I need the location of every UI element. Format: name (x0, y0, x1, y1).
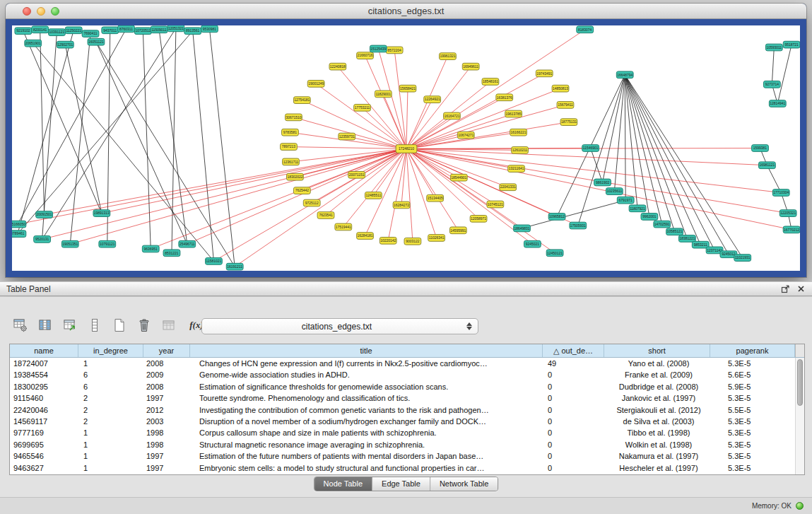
graph-node[interactable]: 12902701 (57, 41, 73, 48)
close-panel-icon[interactable] (797, 285, 805, 293)
scrollbar-thumb[interactable] (797, 359, 803, 406)
show-columns-icon[interactable] (37, 317, 53, 334)
graph-node[interactable]: 8572204 (386, 47, 403, 54)
table-row[interactable]: 1830029562008Estimation of significance … (10, 381, 795, 392)
graph-node[interactable]: 16164721 (444, 112, 461, 119)
graph-node[interactable]: 16981121 (759, 162, 776, 169)
graph-node[interactable]: 8531221 (163, 250, 180, 257)
column-header-short[interactable]: short (604, 344, 710, 357)
table-row[interactable]: 911546021997Tourette syndrome. Phenomeno… (10, 392, 795, 404)
graph-node[interactable]: 11026341 (428, 235, 445, 242)
graph-node[interactable]: 8200141 (32, 26, 49, 33)
graph-node[interactable]: 9437011 (102, 27, 119, 34)
graph-node[interactable]: 7690411 (82, 30, 99, 37)
table-arrows-icon[interactable] (62, 317, 78, 334)
graph-node[interactable]: 14850813 (552, 85, 569, 92)
graph-node[interactable]: 11581021 (206, 258, 223, 265)
graph-node[interactable]: 18381221 (679, 235, 696, 243)
column-header-title[interactable]: title (190, 344, 543, 357)
column-header-out_degree[interactable]: △ out_de… (543, 344, 604, 357)
graph-node[interactable]: 7897213 (281, 144, 298, 151)
tab-node-table[interactable]: Node Table (314, 477, 372, 491)
graph-node[interactable]: 8760311 (118, 25, 135, 33)
graph-node[interactable]: 12814941 (769, 100, 786, 107)
graph-node[interactable]: 9520131 (34, 236, 51, 243)
table-row[interactable]: 1456911722003Disruption of a novel membe… (10, 416, 795, 427)
graph-node[interactable]: 15679411 (557, 102, 574, 109)
graph-node[interactable]: 9530981 (201, 25, 218, 33)
graph-node[interactable]: 9725112 (303, 199, 320, 206)
graph-node[interactable]: 16648794 (616, 71, 633, 78)
graph-node[interactable]: 15125439 (370, 45, 387, 52)
graph-node[interactable]: 12450121 (546, 250, 563, 257)
graph-node[interactable]: 14702591 (654, 221, 671, 228)
graph-node[interactable]: 25166050 (12, 221, 26, 228)
graph-node[interactable]: 7625442 (293, 187, 310, 194)
table-row[interactable]: 1872400712008Changes of HCN gene express… (10, 358, 795, 369)
graph-node[interactable]: 9783581 (282, 129, 299, 136)
graph-node[interactable]: 10220142 (379, 238, 396, 245)
table-row[interactable]: 969969511998Structural magnetic resonanc… (10, 439, 795, 450)
graph-node[interactable]: 16770212 (783, 226, 800, 233)
graph-node[interactable]: 12205321 (779, 210, 796, 217)
graph-node[interactable]: 10235611 (606, 188, 623, 195)
graph-node[interactable]: 22041331 (500, 184, 517, 191)
graph-node[interactable]: 25496711 (179, 240, 196, 247)
graph-node[interactable]: 16284181 (357, 233, 374, 240)
graph-node[interactable]: 19743491 (536, 70, 553, 77)
float-panel-icon[interactable] (781, 284, 790, 293)
graph-node[interactable]: 11509011 (151, 26, 167, 33)
graph-node[interactable]: 12264921 (424, 96, 441, 103)
graph-node[interactable]: 11807921 (629, 205, 646, 212)
graph-node[interactable]: 9636951 (142, 245, 159, 252)
table-row[interactable]: 1938455462009Genome-wide association stu… (10, 369, 795, 380)
graph-node[interactable]: 18649831 (514, 225, 531, 232)
graph-node[interactable]: 11250221 (65, 27, 82, 34)
graph-node[interactable]: 19891313 (93, 210, 110, 217)
graph-node[interactable]: 18302022 (287, 173, 304, 180)
graph-node[interactable]: 10674271 (457, 132, 474, 139)
table-row[interactable]: 977716911998Corpus callosum shape and si… (10, 427, 795, 438)
graph-node[interactable]: 12058971 (470, 215, 487, 222)
graph-node[interactable]: 19613785 (505, 110, 522, 117)
graph-node[interactable]: 16051121 (88, 38, 105, 45)
graph-node[interactable]: 15658421 (399, 85, 416, 92)
table-row[interactable]: 2242004622012Investigating the contribut… (10, 404, 795, 416)
graph-node[interactable]: 19051351 (61, 240, 78, 247)
graph-node[interactable]: 10745121 (487, 201, 504, 208)
graph-node[interactable]: 8789461 (12, 230, 26, 238)
graph-node[interactable]: 16949611 (462, 63, 479, 70)
graph-node[interactable]: 14595991 (449, 227, 466, 234)
graph-node[interactable]: 9518721 (783, 41, 800, 48)
network-canvas[interactable]: 1724821085722042166071612240818190012491… (12, 25, 800, 271)
network-table-select[interactable]: citations_edges.txt (201, 318, 478, 334)
graph-node[interactable]: 10791121 (99, 240, 116, 247)
graph-node[interactable]: 18548161 (482, 78, 499, 86)
graph-node[interactable]: 9962001 (641, 214, 658, 221)
table-settings-icon[interactable] (13, 317, 28, 334)
graph-node[interactable]: 17753211 (354, 104, 371, 111)
graph-node[interactable]: 9861902 (594, 179, 611, 186)
graph-node[interactable]: 16191211 (226, 263, 243, 270)
graph-node[interactable]: 8183074 (577, 26, 594, 33)
graph-node[interactable]: 11021931 (734, 255, 751, 262)
column-header-year[interactable]: year (143, 344, 190, 357)
column-header-name[interactable]: name (10, 344, 78, 357)
graph-node[interactable]: 11546901 (582, 145, 599, 152)
graph-node[interactable]: 9003122 (404, 238, 421, 245)
graph-node[interactable]: 17519441 (335, 223, 352, 230)
graph-node[interactable]: 12240818 (329, 63, 346, 70)
graph-node[interactable]: 18544901 (450, 174, 467, 181)
graph-node[interactable]: 12359731 (339, 133, 355, 140)
graph-node[interactable]: 10720511 (134, 28, 151, 35)
minimize-window-button[interactable] (37, 7, 45, 16)
graph-node[interactable]: 18775131 (560, 119, 577, 126)
graph-node[interactable]: 16381376 (496, 94, 513, 101)
graph-node[interactable]: 10585121 (666, 228, 683, 235)
vertical-scrollbar[interactable] (795, 358, 804, 474)
column-header-pagerank[interactable]: pagerank (710, 344, 795, 357)
graph-node[interactable]: 12361711 (283, 158, 300, 165)
table-row[interactable]: 946554611997Estimation of the future num… (10, 450, 795, 462)
row-height-icon[interactable] (87, 317, 102, 334)
graph-node[interactable]: 10593011 (765, 44, 782, 51)
